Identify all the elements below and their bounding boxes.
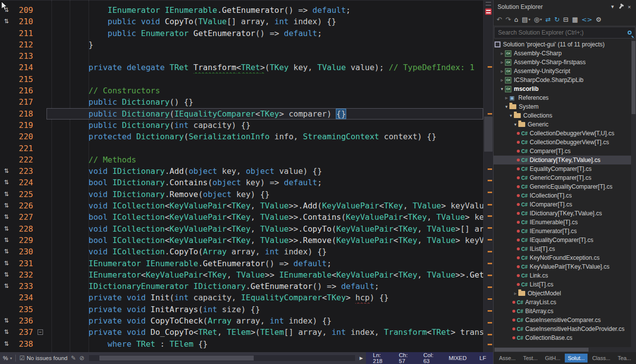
code-line[interactable]: ⇅237− private void Do_CopyTo<TRet, TElem… xyxy=(0,326,483,338)
expand-arrow-icon[interactable]: ▹ xyxy=(503,95,509,100)
char-indicator[interactable]: Ch: 57 xyxy=(399,352,410,364)
updown-arrows-icon[interactable]: ⇅ xyxy=(4,225,9,232)
edit-icon[interactable]: ✎ xyxy=(71,355,76,362)
tree-item[interactable]: ▾C#mscorlib xyxy=(494,84,636,93)
tree-item[interactable]: C#CaseInsensitiveHashCodeProvider.cs xyxy=(494,324,636,333)
code-area[interactable]: ⇅209 IEnumerator IEnumerable.GetEnumerat… xyxy=(0,0,483,352)
tree-scrollbar-thumb[interactable] xyxy=(632,41,636,114)
code-text[interactable]: void ICollection<KeyValuePair<TKey, TVal… xyxy=(46,223,483,235)
panel-tab[interactable]: Solut... xyxy=(565,354,588,363)
code-text[interactable]: void IDictionary.Add(object key, object … xyxy=(46,165,483,177)
code-line[interactable]: ⇅210 public void CopyTo(TValue[] array, … xyxy=(0,16,483,27)
expand-arrow-icon[interactable]: ▹ xyxy=(499,51,505,56)
glyph-margin[interactable]: ⇅ xyxy=(0,200,13,211)
code-text[interactable]: protected Dictionary(SerializationInfo i… xyxy=(46,131,483,142)
code-line[interactable]: ⇅223 void IDictionary.Add(object key, ob… xyxy=(0,165,483,177)
glyph-margin[interactable] xyxy=(0,39,13,50)
code-text[interactable]: public void CopyTo(TValue[] array, int i… xyxy=(46,16,483,27)
tree-hscrollbar-thumb[interactable] xyxy=(495,348,589,352)
updown-arrows-icon[interactable]: ⇅ xyxy=(4,283,9,289)
collapse-all-button[interactable]: ⊟ xyxy=(562,15,570,25)
code-text[interactable]: private delegate TRet Transform<TRet>(TK… xyxy=(46,62,483,73)
code-line[interactable]: ⇅209 IEnumerator IEnumerable.GetEnumerat… xyxy=(0,4,483,16)
glyph-margin[interactable] xyxy=(0,143,13,154)
code-line[interactable]: 217 public Dictionary() {} xyxy=(0,96,483,108)
glyph-margin[interactable] xyxy=(0,292,13,303)
view-code-button[interactable]: <> xyxy=(580,15,594,25)
code-line[interactable]: ⇅227 bool ICollection<KeyValuePair<TKey,… xyxy=(0,211,483,223)
code-line[interactable]: 220 protected Dictionary(SerializationIn… xyxy=(0,131,483,142)
tree-item[interactable]: C#IEqualityComparer[T].cs xyxy=(494,236,636,244)
code-text[interactable]: bool ICollection<KeyValuePair<TKey, TVal… xyxy=(46,235,483,246)
tree-vertical-scrollbar[interactable] xyxy=(631,39,636,347)
code-text[interactable]: private void InitArrays(int size) {} xyxy=(46,304,483,315)
code-line[interactable]: ⇅238 where TRet : TElem {} xyxy=(0,338,483,350)
updown-arrows-icon[interactable]: ⇅ xyxy=(4,179,9,186)
tree-item[interactable]: ▹ObjectModel xyxy=(494,289,636,298)
glyph-margin[interactable] xyxy=(0,350,13,352)
code-text[interactable]: IEnumerator IEnumerable.GetEnumerator() … xyxy=(46,4,483,16)
search-icon[interactable] xyxy=(628,31,632,35)
refresh-button[interactable]: ↻ xyxy=(553,15,561,25)
code-line[interactable]: ⇅232 IEnumerator<KeyValuePair<TKey, TVal… xyxy=(0,269,483,281)
panel-tab[interactable]: GitH... xyxy=(542,354,563,363)
code-line[interactable]: ⇅231 IEnumerator IEnumerable.GetEnumerat… xyxy=(0,258,483,269)
tree-item[interactable]: ▹C#Assembly-CSharp xyxy=(494,49,636,58)
glyph-margin[interactable] xyxy=(0,96,13,108)
glyph-margin[interactable] xyxy=(0,85,13,96)
code-line[interactable]: 216 // Constructors xyxy=(0,85,483,96)
tree-item[interactable]: C#GenericComparer[T].cs xyxy=(494,173,636,182)
panel-tab[interactable]: Asse... xyxy=(496,354,519,363)
code-line[interactable]: ⇅229 bool ICollection<KeyValuePair<TKey,… xyxy=(0,235,483,246)
tree-item[interactable]: C#ArrayList.cs xyxy=(494,298,636,307)
expand-arrow-icon[interactable]: ▾ xyxy=(512,122,518,127)
code-text[interactable]: public Dictionary() {} xyxy=(46,96,483,108)
expand-arrow-icon[interactable]: ▾ xyxy=(508,113,514,118)
switch-views-button[interactable]: ▤▾ xyxy=(520,15,532,25)
code-text[interactable]: private static KeyValuePair<TKey, TValue… xyxy=(46,350,483,352)
code-text[interactable]: void ICollection<KeyValuePair<TKey, TVal… xyxy=(46,200,483,211)
code-text[interactable] xyxy=(46,143,483,154)
expand-arrow-icon[interactable]: ▹ xyxy=(512,291,518,296)
tree-horizontal-scrollbar[interactable] xyxy=(494,347,636,352)
scrollbar-split-grip[interactable] xyxy=(486,2,491,5)
tree-item[interactable]: C#IComparer[T].cs xyxy=(494,200,636,209)
search-input[interactable] xyxy=(497,29,628,37)
tree-item[interactable]: C#GenericEqualityComparer[T].cs xyxy=(494,182,636,191)
code-text[interactable]: private void CopyToCheck(Array array, in… xyxy=(46,315,483,326)
tree-item[interactable]: ▹C#ICSharpCode.SharpZipLib xyxy=(494,76,636,84)
glyph-margin[interactable]: ⇅ xyxy=(0,281,13,292)
close-button[interactable]: × xyxy=(625,3,634,11)
glyph-margin[interactable] xyxy=(0,74,13,85)
fold-toggle-icon[interactable]: − xyxy=(38,329,43,335)
glyph-margin[interactable]: ⇅ xyxy=(0,258,13,269)
code-text[interactable]: where TRet : TElem {} xyxy=(46,338,483,350)
window-menu-button[interactable]: ▾ xyxy=(608,3,617,11)
pin-button[interactable] xyxy=(617,3,625,11)
code-line[interactable]: ⇅233 IDictionaryEnumerator IDictionary.G… xyxy=(0,281,483,292)
code-text[interactable]: bool ICollection<KeyValuePair<TKey, TVal… xyxy=(46,211,483,223)
glyph-margin[interactable] xyxy=(0,304,13,315)
code-line[interactable]: 215 xyxy=(0,74,483,85)
code-text[interactable]: void ICollection.CopyTo(Array array, int… xyxy=(46,246,483,257)
updown-arrows-icon[interactable]: ⇅ xyxy=(4,248,9,255)
tree-item[interactable]: C#IDictionary[TKey,TValue].cs xyxy=(494,209,636,218)
code-line[interactable]: ⇅236 private void CopyToCheck(Array arra… xyxy=(0,315,483,326)
home-button[interactable]: ⌂ xyxy=(513,15,520,25)
tree-item[interactable]: C#BitArray.cs xyxy=(494,307,636,316)
blocked-icon[interactable]: ⊘ xyxy=(80,355,85,362)
tree-item[interactable]: Solution 'project-gui' (11 of 11 project… xyxy=(494,40,636,49)
horizontal-scrollbar[interactable] xyxy=(89,355,355,361)
glyph-margin[interactable] xyxy=(0,120,13,131)
glyph-margin[interactable]: ⇅ xyxy=(0,235,13,246)
updown-arrows-icon[interactable]: ⇅ xyxy=(4,260,9,267)
expand-arrow-icon[interactable]: ▹ xyxy=(499,60,505,65)
vertical-scrollbar[interactable] xyxy=(483,0,493,352)
code-line[interactable]: 222 // Methods xyxy=(0,154,483,165)
line-indicator[interactable]: Ln: 218 xyxy=(373,352,386,364)
updown-arrows-icon[interactable]: ⇅ xyxy=(4,328,9,335)
glyph-margin[interactable] xyxy=(0,50,13,62)
glyph-margin[interactable]: ⇅ xyxy=(0,211,13,223)
code-line[interactable]: 214 private delegate TRet Transform<TRet… xyxy=(0,62,483,73)
code-text[interactable]: private void Do_CopyTo<TRet, TElem>(TEle… xyxy=(46,326,483,338)
